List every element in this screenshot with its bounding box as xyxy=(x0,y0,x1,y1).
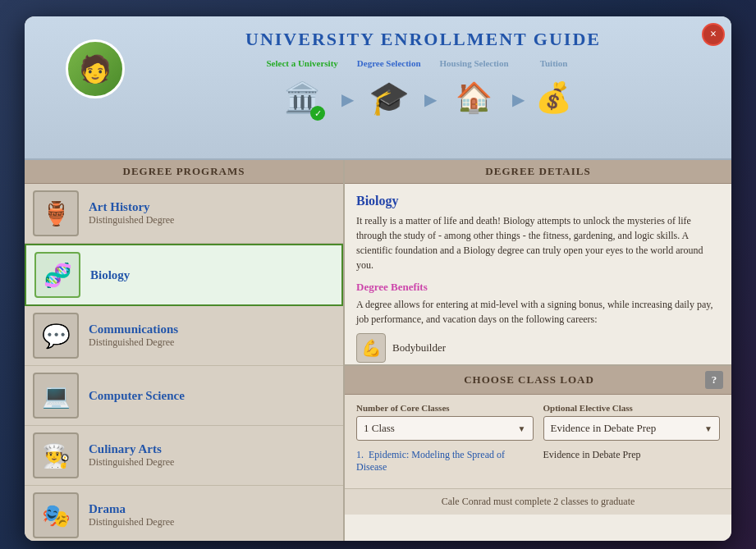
core-class-value: 1 Class xyxy=(364,422,395,435)
class-load-header: Choose Class Load ? xyxy=(345,366,731,395)
benefits-body: A degree allows for entering at mid-leve… xyxy=(356,297,720,327)
wizard-steps: Select a University 🏛️ ✓ ▶ Degree Select… xyxy=(131,58,715,124)
culinary-arts-icon: 👨‍🍳 xyxy=(33,432,79,478)
core-class-group: Number of Core Classes 1 Class ▼ xyxy=(356,403,534,441)
step-university-icon: 🏛️ ✓ xyxy=(276,71,328,124)
wizard-step-university[interactable]: Select a University 🏛️ ✓ xyxy=(266,58,337,124)
page-title: University Enrollment Guide xyxy=(131,29,715,50)
elective-classes-col: Evidence in Debate Prep xyxy=(543,449,721,480)
elective-class-dropdown[interactable]: Evidence in Debate Prep ▼ xyxy=(543,416,721,441)
core-classes-col: 1. Epidemic: Modeling the Spread of Dise… xyxy=(356,449,534,480)
selected-degree-description: It really is a matter of life and death!… xyxy=(356,213,720,272)
checkmark-icon: ✓ xyxy=(310,106,325,121)
step-tuition-label: Tuition xyxy=(540,58,568,68)
biology-name: Biology xyxy=(90,268,333,282)
core-class-item-1: 1. Epidemic: Modeling the Spread of Dise… xyxy=(356,449,534,474)
career-icon: 💪 xyxy=(356,333,386,363)
career-preview: 💪 Bodybuilder xyxy=(356,333,720,363)
elective-class-label: Optional Elective Class xyxy=(543,403,721,413)
left-panel: Degree Programs 🏺 Art History Distinguis… xyxy=(25,160,345,541)
step-housing-label: Housing Selection xyxy=(440,58,509,68)
communications-text: Communications Distinguished Degree xyxy=(89,323,335,349)
step-degree-icon: 🎓 xyxy=(363,71,415,124)
art-history-sub: Distinguished Degree xyxy=(89,214,335,226)
drama-name: Drama xyxy=(89,502,335,516)
communications-icon: 💬 xyxy=(33,313,79,359)
degree-item-art-history[interactable]: 🏺 Art History Distinguished Degree xyxy=(25,184,343,244)
help-button[interactable]: ? xyxy=(705,371,723,389)
art-history-name: Art History xyxy=(89,200,335,214)
computer-science-icon: 💻 xyxy=(33,373,79,419)
computer-science-text: Computer Science xyxy=(89,389,335,403)
computer-science-name: Computer Science xyxy=(89,389,335,403)
class-list-row: 1. Epidemic: Modeling the Spread of Dise… xyxy=(356,449,720,480)
degree-details-header: Degree Details xyxy=(345,160,731,184)
wizard-step-degree[interactable]: Degree Selection 🎓 xyxy=(357,58,421,124)
step-degree-label: Degree Selection xyxy=(357,58,421,68)
wizard-step-tuition[interactable]: Tuition 💰 xyxy=(528,58,580,124)
drama-icon: 🎭 xyxy=(33,492,79,538)
avatar: 🧑 xyxy=(66,39,125,98)
class-load-title: Choose Class Load xyxy=(353,373,705,387)
culinary-arts-sub: Distinguished Degree xyxy=(89,456,335,469)
core-class-dropdown[interactable]: 1 Class ▼ xyxy=(356,416,534,441)
communications-name: Communications xyxy=(89,323,335,336)
close-button[interactable]: × xyxy=(702,23,725,46)
degree-item-drama[interactable]: 🎭 Drama Distinguished Degree xyxy=(25,486,343,541)
art-history-icon: 🏺 xyxy=(33,190,79,236)
class-load-section: Choose Class Load ? Number of Core Class… xyxy=(345,364,731,515)
wizard-arrow-2: ▶ xyxy=(424,89,437,109)
class-load-body: Number of Core Classes 1 Class ▼ Optiona… xyxy=(345,395,731,488)
core-class-list: 1. Epidemic: Modeling the Spread of Dise… xyxy=(356,449,534,474)
degree-programs-header: Degree Programs xyxy=(25,160,343,184)
culinary-arts-text: Culinary Arts Distinguished Degree xyxy=(89,442,335,469)
elective-class-value: Evidence in Debate Prep xyxy=(551,422,657,435)
art-history-text: Art History Distinguished Degree xyxy=(89,200,335,226)
benefits-title: Degree Benefits xyxy=(356,281,720,294)
class-selectors: Number of Core Classes 1 Class ▼ Optiona… xyxy=(356,403,720,441)
right-panel: Degree Details Biology It really is a ma… xyxy=(345,160,731,541)
biology-icon: 🧬 xyxy=(34,252,80,298)
wizard-step-housing[interactable]: Housing Selection 🏠 xyxy=(440,58,509,124)
elective-class-item-1: Evidence in Debate Prep xyxy=(543,449,721,461)
degree-item-biology[interactable]: 🧬 Biology xyxy=(25,244,343,306)
drama-sub: Distinguished Degree xyxy=(89,516,335,528)
modal-window: × 🧑 University Enrollment Guide Select a… xyxy=(25,16,731,541)
biology-text: Biology xyxy=(90,268,333,282)
selected-degree-title: Biology xyxy=(356,194,720,208)
elective-class-list: Evidence in Debate Prep xyxy=(543,449,721,461)
degree-list: 🏺 Art History Distinguished Degree 🧬 Bio… xyxy=(25,184,343,541)
career-name: Bodybuilder xyxy=(392,341,446,355)
drama-text: Drama Distinguished Degree xyxy=(89,502,335,528)
degree-item-culinary-arts[interactable]: 👨‍🍳 Culinary Arts Distinguished Degree xyxy=(25,426,343,486)
header: University Enrollment Guide Select a Uni… xyxy=(25,16,731,160)
degree-details: Biology It really is a matter of life an… xyxy=(345,184,731,364)
core-class-arrow: ▼ xyxy=(518,424,526,433)
main-content: Degree Programs 🏺 Art History Distinguis… xyxy=(25,160,731,541)
core-class-label: Number of Core Classes xyxy=(356,403,534,413)
step-housing-icon: 🏠 xyxy=(448,71,501,124)
communications-sub: Distinguished Degree xyxy=(89,336,335,349)
degree-item-communications[interactable]: 💬 Communications Distinguished Degree xyxy=(25,306,343,366)
step-university-label: Select a University xyxy=(266,58,337,68)
wizard-arrow-1: ▶ xyxy=(341,89,354,109)
elective-class-group: Optional Elective Class Evidence in Deba… xyxy=(543,403,721,441)
degree-item-computer-science[interactable]: 💻 Computer Science xyxy=(25,366,343,426)
elective-class-arrow: ▼ xyxy=(704,424,712,433)
footer-text: Cale Conrad must complete 2 classes to g… xyxy=(345,488,731,515)
close-icon: × xyxy=(710,28,717,41)
culinary-arts-name: Culinary Arts xyxy=(89,442,335,456)
wizard-arrow-3: ▶ xyxy=(512,89,525,109)
step-tuition-icon: 💰 xyxy=(528,71,580,124)
